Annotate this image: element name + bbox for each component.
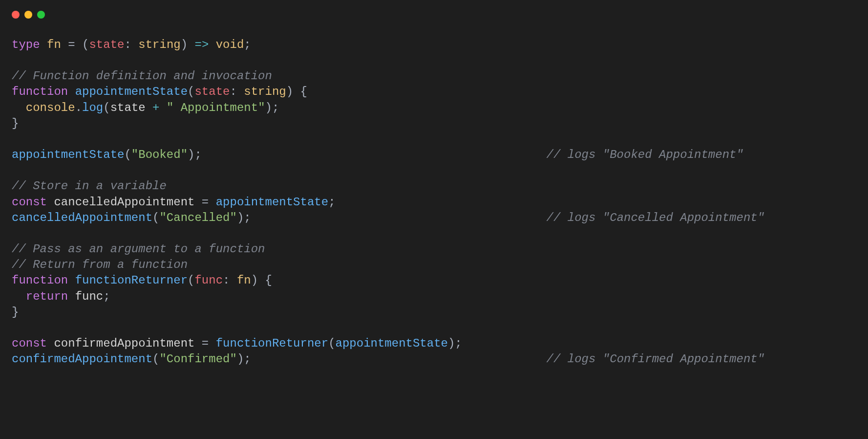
string-literal: "Booked": [131, 148, 188, 161]
var-confirmed-appointment: confirmedAppointment: [54, 337, 194, 350]
close-brace: }: [12, 117, 19, 130]
type-string: string: [244, 85, 286, 98]
close-icon[interactable]: [12, 11, 20, 19]
ident-state: state: [110, 101, 146, 114]
keyword-const: const: [12, 337, 47, 350]
comment: // Function definition and invocation: [12, 69, 272, 83]
inline-comment: // logs "Confirmed Appointment": [547, 352, 764, 366]
comment: // Pass as an argument to a function: [12, 242, 265, 256]
ref-appointment-state: appointmentState: [216, 196, 328, 209]
param-state: state: [89, 38, 124, 51]
log-method: log: [82, 101, 103, 114]
type-fn: fn: [237, 274, 251, 287]
code-line: appointmentState("Booked"); // logs "Boo…: [12, 148, 743, 161]
param-state: state: [194, 85, 230, 98]
code-line: const confirmedAppointment = functionRet…: [12, 337, 462, 350]
code-line: type fn = (state: string) => void;: [12, 38, 251, 51]
type-alias-name: fn: [47, 38, 61, 51]
code-line: function appointmentState(state: string)…: [12, 85, 307, 98]
type-string: string: [138, 38, 180, 51]
pad: [251, 352, 547, 366]
param-func: func: [194, 274, 223, 287]
console-object: console: [26, 101, 75, 114]
keyword-const: const: [12, 196, 47, 209]
zoom-icon[interactable]: [37, 11, 45, 19]
keyword-type: type: [12, 38, 40, 51]
plus-operator: +: [146, 101, 167, 114]
keyword-function: function: [12, 274, 68, 287]
code-block: type fn = (state: string) => void; // Fu…: [12, 37, 856, 367]
code-line: cancelledAppointment("Cancelled"); // lo…: [12, 211, 764, 224]
arrow-operator: =>: [188, 38, 216, 51]
inline-comment: // logs "Booked Appointment": [547, 148, 743, 161]
type-void: void: [216, 38, 244, 51]
pad: [251, 211, 547, 224]
string-literal: "Cancelled": [159, 211, 236, 224]
code-line: confirmedAppointment("Confirmed"); // lo…: [12, 352, 764, 366]
fn-appointment-state: appointmentState: [75, 85, 188, 98]
inline-comment: // logs "Cancelled Appointment": [547, 211, 764, 224]
call-function-returner: functionReturner: [216, 337, 328, 350]
keyword-return: return: [26, 290, 68, 303]
call-appointment-state: appointmentState: [12, 148, 124, 161]
string-literal: " Appointment": [167, 101, 265, 114]
arg-appointment-state: appointmentState: [336, 337, 448, 350]
minimize-icon[interactable]: [24, 11, 32, 19]
ident-func: func: [75, 290, 104, 303]
code-line: return func;: [12, 290, 110, 303]
var-cancelled-appointment: cancelledAppointment: [54, 196, 194, 209]
code-line: console.log(state + " Appointment");: [12, 101, 279, 114]
comment: // Return from a function: [12, 258, 188, 271]
code-window: type fn = (state: string) => void; // Fu…: [0, 0, 868, 439]
string-literal: "Confirmed": [159, 352, 236, 366]
window-controls: [12, 11, 856, 19]
comment: // Store in a variable: [12, 179, 167, 193]
code-line: const cancelledAppointment = appointment…: [12, 196, 336, 209]
call-cancelled-appointment: cancelledAppointment: [12, 211, 152, 224]
fn-function-returner: functionReturner: [75, 274, 188, 287]
code-line: function functionReturner(func: fn) {: [12, 274, 272, 287]
close-brace: }: [12, 306, 19, 319]
call-confirmed-appointment: confirmedAppointment: [12, 352, 152, 366]
keyword-function: function: [12, 85, 68, 98]
pad: [202, 148, 547, 161]
